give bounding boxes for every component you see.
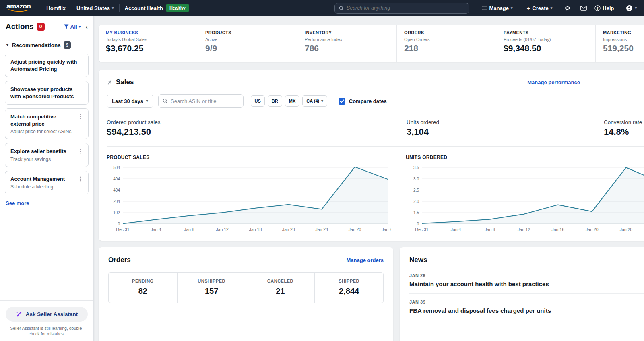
marketplace-filter-button[interactable]: CA (4) ▾ [302,95,327,107]
summary-card[interactable]: ORDERS Open Orders 218 [397,25,496,62]
recommendation-subtitle: Schedule a Meeting [10,184,77,190]
manage-performance-link[interactable]: Manage performance [527,79,580,85]
orders-stats-box: PENDING 82 UNSHIPPED 157 CANCELED 21 SHI… [108,272,384,303]
marketplace-label: BR [272,99,278,103]
filter-icon [64,24,69,29]
news-item[interactable]: JAN 39 FBA removal and disposal fees cha… [409,294,644,320]
summary-category: PAYMENTS [504,30,588,35]
summary-card[interactable]: PRODUCTS Active 9/9 [198,25,297,62]
store-name[interactable]: Homflix [41,5,71,11]
kebab-menu-icon[interactable]: ⋮ [77,176,84,190]
summary-label: Performance Index [305,37,389,42]
order-stat-value: 157 [181,287,243,296]
checkbox-checked-icon[interactable] [339,98,345,105]
recommendation-card[interactable]: Account Management Schedule a Meeting ⋮ [5,171,89,195]
compare-dates-label: Compare dates [349,98,387,104]
amazon-smile-icon [8,9,29,12]
order-stat[interactable]: PENDING 82 [109,273,177,303]
actions-filter[interactable]: All ▾ [64,24,81,30]
help-link[interactable]: ? Help [592,5,619,11]
order-stat-label: PENDING [112,279,174,283]
compare-dates-toggle[interactable]: Compare dates [339,98,387,105]
sidebar-collapse-button[interactable]: ‹ [85,23,88,30]
sales-metric: Conversion rate 14.8% [604,119,642,137]
recommendation-title: Showcase your products with Sponsored Pr… [10,86,84,100]
product-sales-chart: PRODUCT SALES 0102204404404504Dec 31Jan … [107,155,391,235]
summary-card[interactable]: INVENTORY Performance Index 786 [297,25,397,62]
sparkle-wand-icon [16,311,23,318]
sales-filters: Last 30 days ▾ US BR MX CA (4) ▾ [107,94,644,108]
orders-section: Orders Manage orders PENDING 82 UNSHIPPE… [99,247,393,341]
marketplace-chips: US BR MX CA (4) ▾ [251,95,327,107]
megaphone-icon [565,5,572,11]
marketplace-filter-button[interactable]: US [251,95,265,107]
marketplace-label: US [255,99,261,103]
units-ordered-plot[interactable]: 01.52.02.53.03.5Dec 31Jan 4Jan 8Jan 12Ja… [406,164,644,235]
recommendation-card[interactable]: Match competitive external price Adjust … [5,108,89,139]
account-health-link[interactable]: Account Health Healthy [120,4,194,12]
manage-menu[interactable]: Manage ▾ [477,5,518,11]
recommendation-card[interactable]: Adjust pricing quickly with Automated Pr… [5,54,89,77]
chart-title: UNITS ORDERED [406,155,644,160]
envelope-icon [580,6,587,11]
amazon-logo[interactable]: amazon [6,4,31,12]
svg-text:Jan 20: Jan 20 [620,227,633,232]
sales-metric: Ordered product sales $94,213.50 [107,119,407,137]
chevron-down-icon: ▾ [321,99,323,103]
asin-search-input[interactable] [171,98,239,104]
svg-text:2.5: 2.5 [413,188,419,192]
news-headline: FBA removal and disposal fees charged pe… [409,307,644,314]
summary-value: 218 [404,43,489,53]
summary-value: $9,348.50 [504,43,588,53]
global-search-input[interactable] [347,5,465,11]
recommendation-card[interactable]: Explore seller benefits Track your savin… [5,143,89,167]
marketplace-filter-button[interactable]: BR [268,95,282,107]
see-more-link[interactable]: See more [0,194,93,212]
recommendation-subtitle: Track your savings [10,157,77,162]
svg-text:Jan 20: Jan 20 [586,227,599,232]
search-icon [163,98,167,104]
chevron-down-icon: ▾ [112,6,114,10]
announcements-button[interactable] [561,5,575,11]
global-search[interactable] [334,3,469,14]
product-sales-plot[interactable]: 0102204404404504Dec 31Jan 4Jan 8Jan 12Ja… [107,164,391,235]
news-date: JAN 39 [409,300,644,304]
kebab-menu-icon[interactable]: ⋮ [77,113,84,134]
metric-value: $94,213.50 [107,127,407,137]
manage-orders-link[interactable]: Manage orders [347,257,384,263]
summary-category: PRODUCTS [205,30,290,35]
messages-button[interactable] [577,6,590,11]
ask-seller-assistant-button[interactable]: Ask Seller Assistant [6,307,88,322]
news-section: News View all news JAN 29 Maintain your … [400,247,644,341]
units-ordered-chart: UNITS ORDERED 01.52.02.53.03.5Dec 31Jan … [406,155,644,235]
plus-icon: + [527,5,530,12]
asin-search[interactable] [158,94,244,108]
svg-text:Jan 18: Jan 18 [249,227,262,232]
metric-value: 3,104 [407,127,604,137]
recommendations-header[interactable]: ▼ Recommendations 9 [0,36,93,53]
chevron-down-icon: ▾ [551,6,553,10]
svg-text:Jan 8: Jan 8 [485,227,495,232]
date-range-dropdown[interactable]: Last 30 days ▾ [107,95,153,108]
marketplace-switcher[interactable]: United States ▾ [71,5,119,11]
recommendations-count-badge: 9 [64,41,71,49]
user-icon [626,5,633,12]
summary-label: Active [205,37,290,42]
order-stat[interactable]: SHIPPED 2,844 [314,273,383,303]
divider [107,146,644,147]
account-menu[interactable]: ▾ [621,5,638,12]
marketplace-filter-button[interactable]: MX [285,95,300,107]
news-title: News [409,256,427,264]
order-stat[interactable]: CANCELED 21 [246,273,315,303]
recommendation-title: Adjust pricing quickly with Automated Pr… [10,58,84,72]
summary-card[interactable]: MY BUSINESS Today's Global Sales $3,670.… [99,25,198,62]
summary-card[interactable]: PAYMENTS Proceeds (01/07-Today) $9,348.5… [496,25,596,62]
pin-icon[interactable] [107,79,113,85]
recommendation-card[interactable]: Showcase your products with Sponsored Pr… [5,81,89,105]
create-menu[interactable]: + Create ▾ [522,5,558,12]
actions-count-badge: 0 [37,23,45,31]
order-stat[interactable]: UNSHIPPED 157 [177,273,246,303]
kebab-menu-icon[interactable]: ⋮ [77,148,84,162]
news-item[interactable]: JAN 29 Maintain your account health with… [409,267,644,294]
summary-card[interactable]: MARKETING Impressions 519,250 [596,25,644,62]
